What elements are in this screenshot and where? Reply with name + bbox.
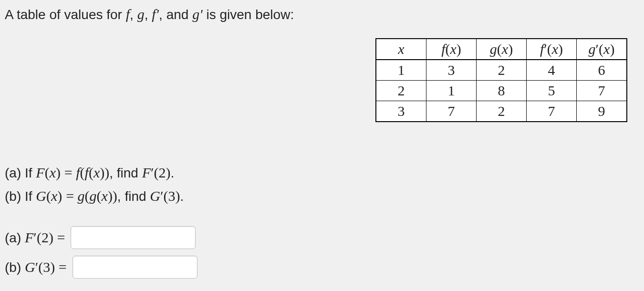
cell: 7: [426, 101, 477, 122]
answer-b-label: (b) G′(3) =: [5, 259, 67, 275]
values-table: x f(x) g(x) f′(x) g′(x) 1 3 2 4 6 2 1 8 …: [375, 38, 627, 122]
problem-prompt: A table of values for f, g, f′, and g′ i…: [5, 5, 634, 23]
answer-b-row: (b) G′(3) =: [5, 256, 634, 279]
sep: ,: [130, 7, 137, 22]
cell: 2: [376, 81, 426, 101]
prompt-text-pre: A table of values for: [5, 7, 126, 22]
cell: 7: [577, 81, 627, 101]
answer-a-input[interactable]: [71, 226, 196, 249]
sym-f: f: [126, 6, 130, 22]
answers-block: (a) F′(2) = (b) G′(3) =: [5, 226, 634, 279]
cell: 4: [527, 60, 577, 81]
sep: , and: [159, 7, 192, 22]
cell: 2: [477, 60, 527, 81]
answer-a-label: (a) F′(2) =: [5, 229, 65, 246]
sym-f-prime: f′: [152, 6, 159, 22]
table-header-row: x f(x) g(x) f′(x) g′(x): [376, 39, 627, 60]
answer-b-input[interactable]: [73, 256, 197, 279]
answer-a-row: (a) F′(2) =: [5, 226, 634, 249]
col-fpx: f′(x): [527, 39, 577, 60]
table-row: 1 3 2 4 6: [376, 60, 627, 81]
cell: 1: [426, 81, 477, 101]
col-gpx: g′(x): [577, 39, 627, 60]
cell: 1: [376, 60, 426, 81]
cell: 6: [577, 60, 627, 81]
question-a: (a) If F(x) = f(f(x)), find F′(2).: [5, 162, 634, 184]
col-x: x: [376, 39, 426, 60]
question-b: (b) If G(x) = g(g(x)), find G′(3).: [5, 185, 634, 208]
qb-G: G: [36, 188, 46, 204]
cell: 3: [426, 60, 477, 81]
table-row: 2 1 8 5 7: [376, 81, 627, 101]
cell: 7: [527, 101, 577, 122]
cell: 2: [477, 101, 527, 122]
sep: ,: [145, 7, 152, 22]
cell: 8: [477, 81, 527, 101]
sym-g-prime: g′: [192, 6, 203, 22]
qb-label: (b) If: [5, 189, 36, 204]
cell: 9: [577, 101, 627, 122]
prompt-text-post: is given below:: [207, 7, 294, 22]
col-gx: g(x): [477, 39, 527, 60]
questions-block: (a) If F(x) = f(f(x)), find F′(2). (b) I…: [5, 162, 634, 207]
cell: 3: [376, 101, 426, 122]
qa-F: F: [36, 165, 44, 180]
col-fx: f(x): [426, 39, 477, 60]
table-row: 3 7 2 7 9: [376, 101, 627, 122]
qa-label: (a) If: [5, 166, 36, 180]
sym-g: g: [137, 6, 145, 22]
cell: 5: [527, 81, 577, 101]
